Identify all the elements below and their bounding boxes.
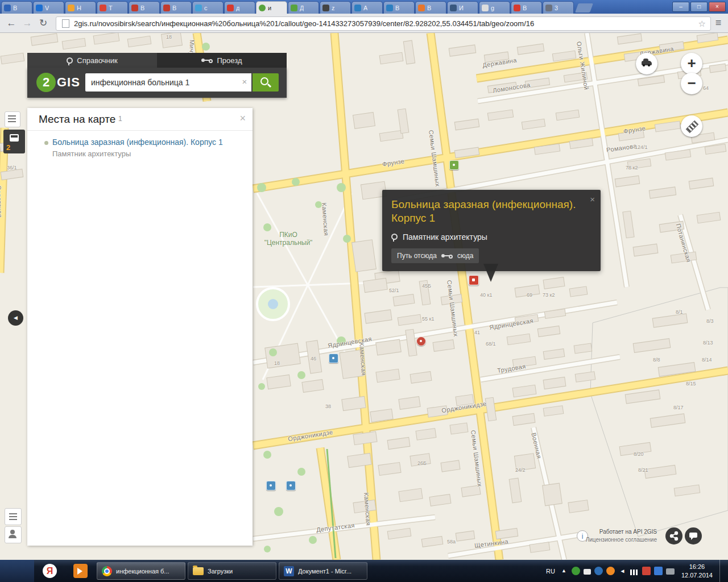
browser-tab[interactable]: Т: [97, 1, 128, 14]
profile-button[interactable]: [5, 526, 22, 543]
transport-layer-button[interactable]: 2: [3, 130, 25, 153]
tray-kis-icon[interactable]: [606, 567, 615, 575]
browser-tab[interactable]: с: [192, 1, 224, 14]
tab-favicon: [514, 5, 520, 11]
map-poi-icon[interactable]: [266, 481, 276, 490]
taskbar-downloads-button[interactable]: Загрузки: [188, 562, 276, 580]
desktop: В V Н Т В В с д и Д z А B В И g В 3 – □ …: [0, 0, 728, 582]
tab-favicon: [100, 5, 106, 11]
map-poi-icon[interactable]: [286, 481, 296, 490]
back-button[interactable]: ←: [5, 16, 18, 30]
browser-tab[interactable]: Д: [288, 1, 319, 14]
plot-label: 45Б: [422, 283, 431, 289]
tray-network-icon[interactable]: [630, 569, 639, 575]
taskbar: Я инфекционная б... Загрузки W Документ1…: [0, 560, 728, 582]
bookmark-star-icon[interactable]: ☆: [698, 19, 706, 29]
tray-volume-icon[interactable]: ◄: [618, 567, 627, 575]
attribution-license[interactable]: Лицензионное соглашение: [574, 537, 657, 543]
browser-tab[interactable]: А: [351, 1, 383, 14]
minimize-button[interactable]: –: [672, 2, 689, 12]
tab-title: Д: [300, 5, 304, 11]
route-from-button[interactable]: Путь отсюда: [397, 252, 437, 260]
tray-printer-icon[interactable]: [666, 568, 675, 575]
chrome-menu-button[interactable]: ≡: [711, 16, 726, 30]
tray-battery-icon[interactable]: [584, 569, 591, 575]
layers-icon: [8, 115, 16, 122]
reload-button[interactable]: ↻: [36, 16, 50, 30]
result-bullet: [44, 141, 48, 145]
volume-app-taskbar-icon[interactable]: [65, 562, 95, 580]
browser-tab[interactable]: B: [383, 1, 415, 14]
legend-button[interactable]: [5, 508, 22, 525]
feedback-button[interactable]: [685, 527, 702, 544]
selected-place-marker[interactable]: [469, 275, 479, 285]
browser-tab[interactable]: z: [320, 1, 351, 14]
search-clear-icon[interactable]: ×: [239, 76, 250, 88]
maximize-button[interactable]: □: [690, 2, 708, 12]
browser-tab[interactable]: В: [415, 1, 446, 14]
browser-tab[interactable]: В: [1, 1, 32, 14]
clock-date: 12.07.2014: [681, 571, 713, 580]
browser-toolbar: ← → ↻ 2gis.ru/novosibirsk/search/инфекци…: [0, 14, 728, 33]
plot-label: 68/1: [486, 341, 496, 347]
taskbar-clock[interactable]: 16:26 12.07.2014: [681, 563, 713, 580]
tab-title: B: [395, 5, 399, 11]
search-button[interactable]: [253, 73, 279, 92]
tab-directory[interactable]: Справочник: [27, 53, 157, 68]
callout-title[interactable]: Больница заразная (инфекционная). Корпус…: [391, 198, 579, 226]
browser-tab[interactable]: 3: [543, 1, 574, 14]
start-button[interactable]: [0, 560, 34, 582]
address-bar[interactable]: 2gis.ru/novosibirsk/search/инфекционная%…: [56, 16, 711, 31]
map-poi-icon[interactable]: [449, 160, 459, 170]
results-close-icon[interactable]: ×: [239, 113, 246, 124]
layers-button[interactable]: [5, 111, 20, 127]
tray-cloud-icon[interactable]: [654, 567, 663, 575]
browser-tab[interactable]: В: [129, 1, 160, 14]
tab-route[interactable]: Проезд: [157, 53, 287, 68]
url-text[interactable]: 2gis.ru/novosibirsk/search/инфекционная%…: [74, 19, 694, 28]
share-button[interactable]: [665, 527, 682, 544]
browser-tab[interactable]: g: [479, 1, 510, 14]
ruler-icon: [686, 120, 699, 134]
plot-label: 18: [166, 34, 172, 40]
tab-favicon: [259, 5, 266, 11]
map-poi-icon[interactable]: [329, 354, 338, 363]
chrome-icon: [102, 566, 112, 576]
tab-favicon: [322, 5, 329, 11]
search-input[interactable]: [85, 73, 251, 92]
callout-close-icon[interactable]: ×: [590, 194, 595, 204]
yandex-browser-taskbar-icon[interactable]: Я: [35, 562, 64, 580]
plot-label: 55 к1: [422, 316, 434, 322]
ruler-button[interactable]: [681, 115, 702, 137]
route-to-button[interactable]: сюда: [457, 252, 473, 260]
taskbar-chrome-button[interactable]: инфекционная б...: [97, 562, 185, 580]
forward-button[interactable]: →: [20, 16, 34, 30]
tray-update-icon[interactable]: [594, 567, 603, 575]
language-indicator[interactable]: RU: [546, 568, 555, 575]
browser-tab[interactable]: д: [224, 1, 255, 14]
new-tab-button[interactable]: [575, 3, 593, 13]
tray-mail-icon[interactable]: [642, 567, 651, 575]
zoom-out-button[interactable]: −: [681, 73, 702, 94]
taskbar-word-button[interactable]: W Документ1 - Micr...: [279, 562, 367, 580]
tray-antivirus-icon[interactable]: [572, 567, 580, 575]
browser-tab[interactable]: В: [511, 1, 542, 14]
traffic-button[interactable]: [636, 53, 657, 74]
result-item[interactable]: Больница заразная (инфекционная). Корпус…: [27, 131, 253, 165]
browser-tab-active[interactable]: и: [256, 1, 287, 14]
tray-expand-icon[interactable]: ▲: [560, 567, 568, 575]
2gis-logo[interactable]: 2 GIS: [36, 73, 80, 92]
zoom-in-button[interactable]: +: [681, 53, 702, 74]
close-button[interactable]: ×: [709, 2, 726, 12]
browser-tab[interactable]: Н: [65, 1, 96, 14]
browser-tab[interactable]: V: [33, 1, 64, 14]
show-desktop-button[interactable]: [719, 560, 726, 582]
park-label: ПКиО"Центральный": [263, 231, 314, 247]
collapse-panel-button[interactable]: ◀: [8, 310, 23, 326]
browser-tab[interactable]: И: [447, 1, 478, 14]
plot-label: 78 к2: [626, 165, 638, 171]
browser-tab[interactable]: В: [160, 1, 192, 14]
page-icon: [62, 19, 69, 28]
map-poi-icon[interactable]: [416, 336, 426, 346]
result-link[interactable]: Больница заразная (инфекционная). Корпус…: [52, 137, 243, 147]
